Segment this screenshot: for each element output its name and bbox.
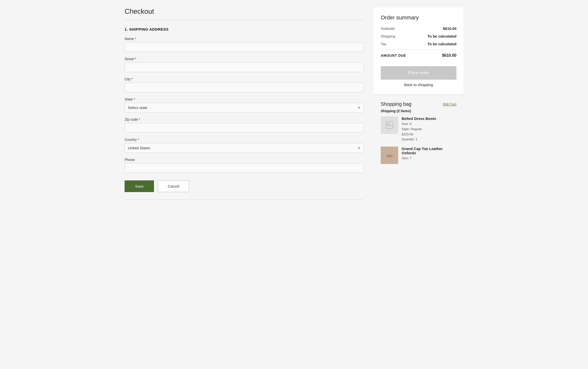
name-label: Name * — [125, 37, 364, 41]
item-name-2: Grand Cap Toe Leather Oxfords — [402, 147, 456, 155]
zip-field-group: Zip code * — [125, 117, 364, 133]
item-price-1: $220.00 — [402, 132, 413, 136]
name-input[interactable] — [125, 42, 364, 52]
item-details-1: Belted Dress Boots Size: 6 Style: Regula… — [402, 116, 456, 142]
item-size-2: Size: 7 — [402, 156, 412, 160]
phone-field-group: Phone — [125, 158, 364, 173]
state-label: State * — [125, 97, 364, 101]
shipping-value: To be calculated — [428, 34, 456, 38]
title-divider — [125, 20, 364, 20]
item-image-1 — [381, 116, 398, 134]
amount-due-row: AMOUNT DUE $610.00 — [381, 53, 456, 58]
tax-row: Tax To be calculated — [381, 42, 456, 46]
phone-label: Phone — [125, 158, 364, 162]
amount-due-label: AMOUNT DUE — [381, 53, 406, 57]
amount-due-value: $610.00 — [442, 53, 456, 58]
cancel-button[interactable]: Cancel — [158, 180, 189, 192]
item-meta-2: Size: 7 — [402, 156, 456, 161]
street-input[interactable] — [125, 62, 364, 72]
street-field-group: Street * — [125, 57, 364, 72]
place-order-button[interactable]: Place order — [381, 66, 456, 80]
summary-divider — [381, 50, 456, 50]
bag-item-2: Grand Cap Toe Leather Oxfords Size: 7 — [381, 147, 456, 164]
shipping-row: Shipping To be calculated — [381, 34, 456, 38]
shipping-label: Shipping — [381, 34, 395, 38]
bag-title: Shopping bag — [381, 101, 411, 107]
country-select-wrapper: United StatesCanadaUnited KingdomAustral… — [125, 143, 364, 153]
subtotal-value: $610.00 — [443, 26, 456, 31]
country-label: Country * — [125, 138, 364, 142]
country-field-group: Country * United StatesCanadaUnited King… — [125, 138, 364, 153]
country-select[interactable]: United StatesCanadaUnited KingdomAustral… — [125, 143, 364, 153]
item-details-2: Grand Cap Toe Leather Oxfords Size: 7 — [402, 147, 456, 164]
state-field-group: State * Select stateAlabamaAlaskaArizona… — [125, 97, 364, 112]
save-button[interactable]: Save — [125, 180, 154, 192]
city-label: City * — [125, 77, 364, 81]
bottom-divider — [125, 200, 364, 200]
subtotal-row: Subtotal $610.00 — [381, 26, 456, 31]
subtotal-label: Subtotal — [381, 26, 394, 31]
item-name-1: Belted Dress Boots — [402, 116, 456, 121]
state-select[interactable]: Select stateAlabamaAlaskaArizonaArkansas… — [125, 103, 364, 112]
city-input[interactable] — [125, 83, 364, 92]
back-to-shopping-button[interactable]: Back to shopping — [381, 83, 456, 87]
bag-header: Shopping bag Edit Cart — [381, 101, 456, 107]
zip-label: Zip code * — [125, 117, 364, 121]
name-field-group: Name * — [125, 37, 364, 52]
shoe-icon — [385, 151, 394, 160]
main-content: Checkout 1. SHIPPING ADDRESS Name * Stre… — [125, 7, 364, 207]
street-label: Street * — [125, 57, 364, 61]
image-placeholder-icon — [385, 121, 394, 130]
item-meta-1: Size: 6 Style: Regular $220.00 Quantity:… — [402, 121, 456, 142]
state-select-wrapper: Select stateAlabamaAlaskaArizonaArkansas… — [125, 103, 364, 112]
item-image-2 — [381, 147, 398, 164]
item-style-1: Style: Regular — [402, 127, 422, 131]
order-summary-title: Order summary — [381, 14, 456, 21]
tax-label: Tax — [381, 42, 386, 46]
tax-value: To be calculated — [428, 42, 456, 46]
svg-point-1 — [388, 123, 389, 125]
zip-input[interactable] — [125, 123, 364, 133]
item-quantity-1: Quantity: 1 — [402, 137, 417, 141]
order-summary-box: Order summary Subtotal $610.00 Shipping … — [374, 7, 463, 94]
bag-item-1: Belted Dress Boots Size: 6 Style: Regula… — [381, 116, 456, 142]
phone-input[interactable] — [125, 163, 364, 173]
form-buttons: Save Cancel — [125, 180, 364, 192]
sidebar: Order summary Subtotal $610.00 Shipping … — [374, 7, 463, 174]
item-size-1: Size: 6 — [402, 122, 412, 126]
city-field-group: City * — [125, 77, 364, 92]
edit-cart-link[interactable]: Edit Cart — [443, 102, 456, 106]
page-title: Checkout — [125, 7, 364, 15]
section-title: 1. SHIPPING ADDRESS — [125, 27, 364, 31]
shipping-items-label: Shipping (2 items) — [381, 109, 456, 113]
shopping-bag-box: Shopping bag Edit Cart Shipping (2 items… — [374, 94, 463, 174]
